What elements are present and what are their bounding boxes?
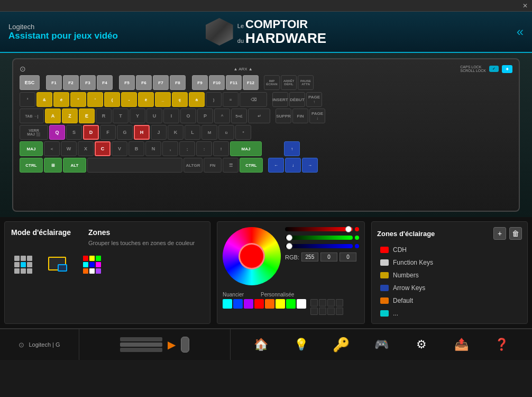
key-o[interactable]: O (180, 109, 196, 123)
key-3[interactable]: " (70, 92, 86, 107)
key-h[interactable]: H (134, 125, 150, 140)
zone-item-function-keys[interactable]: Function Keys (377, 257, 522, 268)
key-semicolon[interactable]: ù (218, 125, 234, 140)
green-input[interactable] (320, 252, 337, 261)
zone-item-extra[interactable]: ... (377, 308, 522, 318)
slider-green[interactable] (285, 236, 353, 240)
nav-game[interactable]: 🎮 (372, 335, 391, 354)
key-menu[interactable]: ☰ (223, 158, 239, 173)
key-6[interactable]: - (121, 92, 137, 107)
key-rslash[interactable]: ! (213, 141, 229, 156)
mode-multi[interactable] (80, 252, 104, 276)
nav-home[interactable]: 🏠 (252, 335, 271, 354)
key-5[interactable]: ( (104, 92, 120, 107)
key-f11[interactable]: F11 (226, 75, 242, 90)
slider-blue[interactable] (285, 244, 353, 248)
color-wheel[interactable] (223, 227, 281, 285)
key-4[interactable]: ' (87, 92, 103, 107)
key-d[interactable]: D (83, 125, 99, 140)
key-caps[interactable]: VERRMAJ ⬛ (20, 125, 48, 140)
mode-zone[interactable] (45, 252, 69, 276)
delete-zone-button[interactable]: 🗑 (509, 227, 522, 240)
key-f12[interactable]: F12 (243, 75, 259, 90)
custom-swatch-6[interactable] (319, 308, 326, 315)
key-z[interactable]: Z (62, 109, 78, 123)
key-l[interactable]: L (185, 125, 200, 140)
custom-swatch-8[interactable] (336, 308, 343, 315)
key-9[interactable]: ç (172, 92, 188, 107)
key-f4[interactable]: F4 (97, 75, 113, 90)
key-space[interactable] (87, 158, 182, 173)
swatch-orange[interactable] (265, 299, 274, 309)
swatch-red[interactable] (254, 299, 264, 309)
key-open-bracket[interactable]: ^ (214, 109, 230, 123)
key-slash[interactable]: : (196, 141, 212, 156)
key-f1[interactable]: F1 (46, 75, 62, 90)
key-close-bracket[interactable]: 5×£ (231, 109, 247, 123)
swatch-white[interactable] (297, 299, 306, 309)
nav-key[interactable]: 🔑 (332, 335, 351, 354)
key-f5[interactable]: F5 (119, 75, 135, 90)
key-arret[interactable]: ARRÊTDÉFIL (281, 75, 297, 90)
key-i[interactable]: I (163, 109, 179, 123)
key-period[interactable]: ; (179, 141, 195, 156)
add-zone-button[interactable]: + (493, 227, 506, 240)
custom-swatch-1[interactable] (310, 299, 318, 306)
key-g[interactable]: G (117, 125, 133, 140)
key-f7[interactable]: F7 (153, 75, 169, 90)
key-equals[interactable]: = (223, 92, 239, 107)
custom-swatch-5[interactable] (310, 308, 318, 315)
key-f3[interactable]: F3 (80, 75, 96, 90)
key-k[interactable]: K (168, 125, 184, 140)
key-suppr[interactable]: SUPPR (276, 109, 291, 123)
key-backspace[interactable]: ⌫ (240, 92, 267, 107)
close-button[interactable]: ✕ (522, 2, 528, 10)
key-8[interactable]: _ (155, 92, 171, 107)
key-f2[interactable]: F2 (63, 75, 79, 90)
key-u[interactable]: U (146, 109, 162, 123)
key-altgr[interactable]: ALTGR (184, 158, 203, 173)
key-n[interactable]: N (145, 141, 161, 156)
key-f9[interactable]: F9 (192, 75, 208, 90)
custom-swatch-2[interactable] (319, 299, 326, 306)
key-y[interactable]: Y (130, 109, 145, 123)
key-impr[interactable]: IMPÉCRAN (264, 75, 280, 90)
swatch-green[interactable] (286, 299, 296, 309)
key-ctrl-l[interactable]: CTRL (20, 158, 43, 173)
key-insert[interactable]: INSERT (272, 92, 288, 107)
key-pgup[interactable]: PAGE↑ (306, 92, 322, 107)
key-m[interactable]: M (201, 125, 217, 140)
swatch-cyan[interactable] (223, 299, 232, 309)
key-r[interactable]: R (96, 109, 112, 123)
zone-item-default[interactable]: Default (377, 295, 522, 306)
key-quote[interactable]: * (235, 125, 251, 140)
key-tilde[interactable]: ² (20, 92, 35, 107)
blue-input[interactable] (340, 252, 356, 261)
zone-item-arrow-keys[interactable]: Arrow Keys (377, 282, 522, 294)
key-right[interactable]: → (302, 158, 318, 173)
key-e[interactable]: E (79, 109, 95, 123)
custom-swatch-7[interactable] (327, 308, 335, 315)
key-q[interactable]: Q (49, 125, 65, 140)
color-wheel-container[interactable] (223, 227, 281, 285)
key-p[interactable]: P (197, 109, 213, 123)
mode-static[interactable] (11, 252, 35, 276)
key-down[interactable]: ↓ (285, 158, 301, 173)
swatch-yellow[interactable] (276, 299, 285, 309)
key-1[interactable]: & (36, 92, 52, 107)
key-f10[interactable]: F10 (209, 75, 225, 90)
key-minus[interactable]: ) (206, 92, 222, 107)
zone-item-cdh[interactable]: CDH (377, 244, 522, 256)
key-comma[interactable]: , (162, 141, 178, 156)
key-fin[interactable]: FIN (292, 109, 308, 123)
key-fn[interactable]: FN (204, 158, 222, 173)
key-s[interactable]: S (66, 125, 82, 140)
key-backslash[interactable]: < (44, 141, 60, 156)
key-2[interactable]: é (53, 92, 69, 107)
back-button[interactable]: « (517, 24, 524, 39)
key-esc[interactable]: ESC (20, 75, 40, 90)
footer-keyboard-preview[interactable]: ▶ (79, 329, 231, 360)
zone-item-numbers[interactable]: Numbers (377, 269, 522, 281)
nav-help[interactable]: ❓ (492, 335, 511, 354)
swatch-purple[interactable] (244, 299, 253, 309)
